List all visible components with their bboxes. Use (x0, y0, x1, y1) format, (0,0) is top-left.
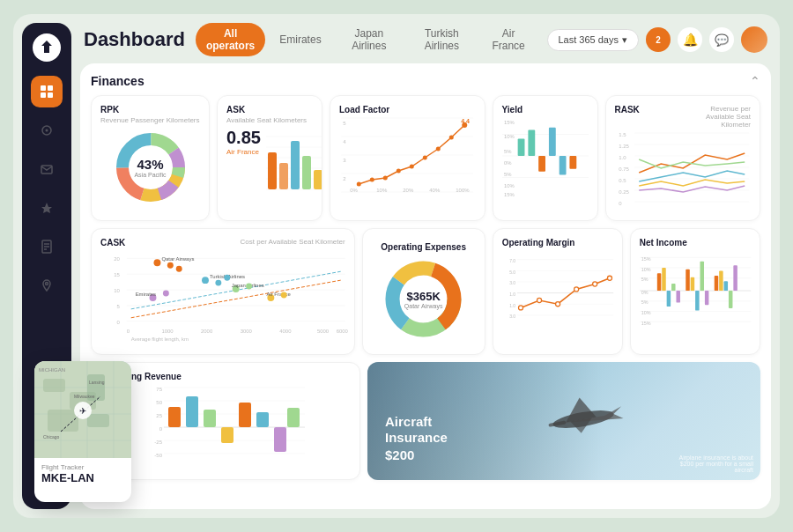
insurance-title: AircraftInsurance (385, 414, 743, 446)
svg-text:3.0: 3.0 (509, 280, 515, 285)
opex-value: $365K (404, 290, 443, 303)
svg-text:1.0: 1.0 (619, 155, 626, 160)
svg-point-141 (537, 298, 541, 302)
insurance-footnote: Airplane insurance is about $200 per mon… (665, 454, 753, 473)
svg-rect-174 (733, 265, 737, 291)
svg-text:40%: 40% (429, 188, 441, 193)
svg-point-119 (246, 284, 252, 290)
flight-route: MKE-LAN (41, 471, 124, 484)
svg-text:0%: 0% (350, 188, 358, 193)
ask-subtitle: Available Seat Kilometers (226, 116, 307, 124)
ask-value: 0.85 (226, 128, 261, 148)
svg-text:0%: 0% (503, 160, 511, 166)
opex-title: Operating Expenses (381, 242, 466, 252)
svg-text:-50: -50 (154, 453, 162, 458)
svg-point-116 (163, 291, 169, 297)
ask-airline: Air France (226, 148, 261, 156)
bell-icon[interactable]: 🔔 (678, 27, 702, 52)
svg-rect-1 (48, 85, 53, 91)
svg-rect-188 (186, 396, 198, 427)
svg-point-108 (167, 262, 174, 269)
nav-airfrance[interactable]: Air France (481, 23, 537, 56)
svg-rect-211 (87, 414, 109, 427)
insurance-card[interactable]: AircraftInsurance $200 Airplane insuranc… (367, 362, 760, 480)
rpk-card: RPK Revenue Passenger Kilometers (91, 95, 210, 221)
header: Dashboard All operators Emirates Japan A… (80, 23, 771, 56)
svg-rect-68 (538, 156, 545, 172)
sidebar-item-plane[interactable] (31, 192, 63, 224)
rask-title: RASK (615, 105, 640, 127)
lf-title: Load Factor (339, 105, 476, 115)
nav-emirates[interactable]: Emirates (269, 23, 331, 56)
rpk-subtitle: Revenue Passenger Kilometers (100, 116, 200, 124)
svg-text:2: 2 (343, 176, 346, 181)
svg-point-122 (281, 292, 287, 299)
svg-rect-160 (657, 273, 662, 291)
cask-subtitle: Cost per Available Seat Kilometer (241, 238, 345, 249)
svg-text:20%: 20% (403, 188, 414, 193)
svg-rect-29 (291, 141, 300, 189)
svg-point-106 (153, 259, 160, 266)
date-range-button[interactable]: Last 365 days ▾ (547, 29, 640, 51)
svg-rect-2 (41, 92, 46, 98)
svg-text:Lansing: Lansing (89, 380, 105, 385)
svg-point-5 (46, 129, 48, 132)
svg-text:1.25: 1.25 (619, 144, 629, 149)
notification-badge[interactable]: 2 (646, 27, 671, 52)
svg-text:1.5: 1.5 (619, 132, 626, 137)
collapse-button[interactable]: ⌃ (750, 74, 760, 88)
svg-text:15%: 15% (503, 192, 515, 197)
header-nav: All operators Emirates Japan Airlines Tu… (196, 23, 537, 56)
opex-card: Operating Expenses $365K Qatar Airways (362, 228, 485, 355)
flight-tracker-label: Flight Tracker (41, 463, 124, 471)
load-factor-card: Load Factor 5 4 3 2 (330, 95, 485, 221)
svg-rect-191 (239, 403, 251, 427)
svg-rect-169 (705, 291, 709, 305)
svg-text:✈: ✈ (79, 406, 86, 416)
nav-turkish[interactable]: Turkish Airlines (406, 23, 478, 56)
om-chart: 7.0 5.0 3.0 1.0 1.0 3.0 (502, 249, 613, 333)
map-info: Flight Tracker MKE-LAN (34, 458, 131, 490)
svg-text:Air France: Air France (266, 292, 291, 297)
svg-text:6000: 6000 (337, 329, 349, 334)
nav-all-operators[interactable]: All operators (196, 23, 265, 56)
svg-text:7.0: 7.0 (509, 258, 515, 263)
svg-text:5.0: 5.0 (509, 270, 515, 275)
opex-label: Qatar Airways (404, 303, 443, 309)
rpk-label: Asia Pacific (134, 172, 166, 178)
nav-japan[interactable]: Japan Airlines (336, 23, 403, 56)
message-icon[interactable]: 💬 (709, 27, 734, 52)
ask-card: ASK Available Seat Kilometers 0.85 Air F… (217, 95, 322, 221)
svg-rect-161 (662, 268, 666, 291)
sidebar-item-grid[interactable] (31, 115, 63, 146)
svg-text:15: 15 (114, 272, 120, 277)
svg-rect-192 (256, 412, 269, 427)
svg-rect-71 (569, 156, 576, 169)
svg-text:4.4: 4.4 (461, 118, 470, 124)
svg-rect-190 (221, 427, 233, 443)
svg-text:15%: 15% (641, 321, 651, 326)
sidebar-item-dashboard[interactable] (31, 76, 63, 107)
svg-rect-166 (690, 277, 694, 291)
svg-text:0%: 0% (641, 290, 648, 295)
ni-chart: 15% 10% 5% 0% 5% 10% 15% (640, 249, 751, 333)
svg-text:1.0: 1.0 (509, 303, 515, 308)
ask-bar-chart (266, 128, 322, 203)
svg-rect-69 (548, 128, 555, 156)
svg-rect-28 (279, 163, 288, 189)
svg-rect-67 (528, 130, 535, 156)
header-right: Last 365 days ▾ 2 🔔 💬 (547, 26, 768, 53)
sidebar-item-map[interactable] (31, 270, 63, 301)
ask-title: ASK (226, 105, 307, 115)
user-avatar[interactable] (741, 26, 767, 53)
svg-text:5000: 5000 (317, 329, 330, 334)
operating-margin-card: Operating Margin 7.0 5.0 3.0 1.0 1.0 3. (493, 228, 623, 355)
svg-text:10: 10 (114, 288, 120, 293)
svg-text:1000: 1000 (161, 329, 174, 334)
flight-tracker-card[interactable]: MICHIGAN ✈ Chicago Milwaukee Lansing Fli… (34, 361, 131, 502)
sidebar-item-mail[interactable] (31, 153, 63, 185)
svg-text:Emirates: Emirates (136, 292, 156, 297)
svg-text:10%: 10% (503, 134, 515, 139)
sidebar-item-doc[interactable] (31, 231, 63, 262)
rask-chart: 1.5 1.25 1.0 0.75 0.5 0.25 0 (615, 129, 752, 208)
